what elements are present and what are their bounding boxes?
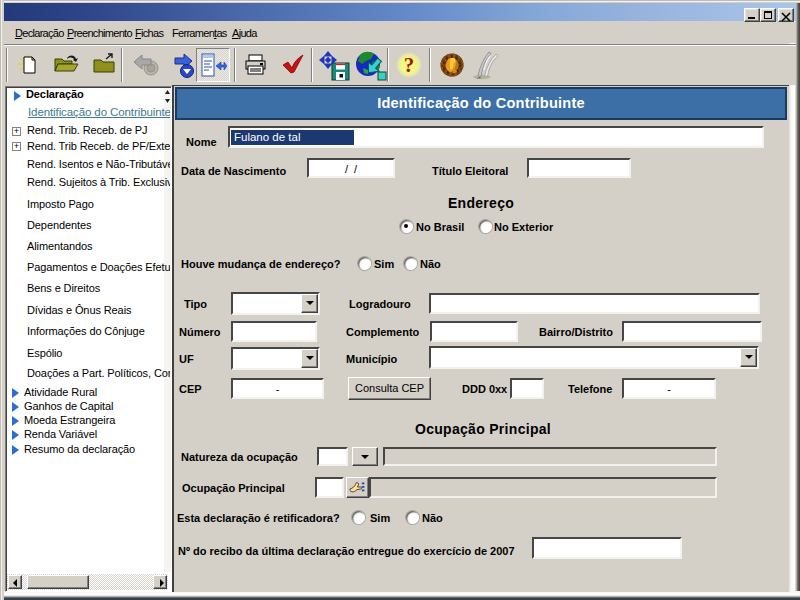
svg-text:?: ? — [404, 53, 415, 77]
